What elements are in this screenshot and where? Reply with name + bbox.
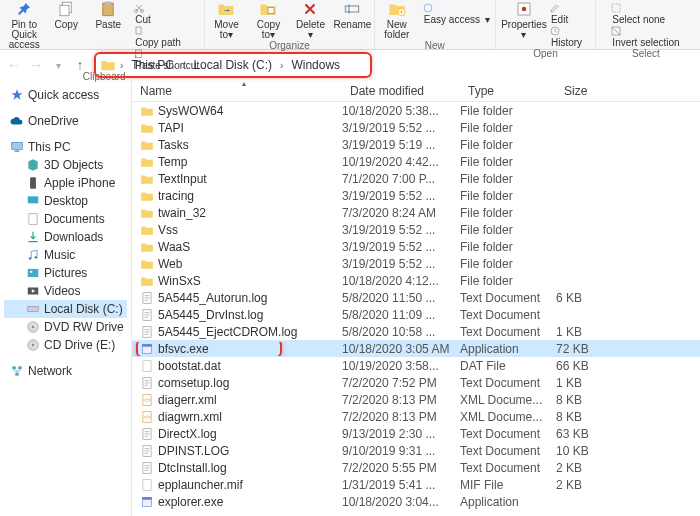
file-row[interactable]: TAPI3/19/2019 5:52 ...File folder: [132, 119, 700, 136]
svg-rect-22: [29, 214, 37, 225]
delete-button[interactable]: Delete▾: [291, 0, 329, 40]
file-row[interactable]: 5A5445_EjectCDROM.log5/8/2020 10:58 ...T…: [132, 323, 700, 340]
file-type: MIF File: [460, 478, 556, 492]
file-name: Vss: [158, 223, 178, 237]
file-row[interactable]: explorer.exe10/18/2020 3:04...Applicatio…: [132, 493, 700, 510]
tree-quick-access[interactable]: Quick access: [4, 86, 127, 104]
folder-icon: [140, 172, 154, 186]
back-button[interactable]: ←: [4, 57, 24, 73]
column-date[interactable]: Date modified: [342, 84, 460, 98]
column-name[interactable]: Name: [132, 84, 342, 98]
file-row[interactable]: bootstat.dat10/19/2020 3:58...DAT File66…: [132, 357, 700, 374]
text-file-icon: [140, 376, 154, 390]
folder-icon: [140, 206, 154, 220]
edit-button[interactable]: Edit: [547, 2, 586, 25]
file-name: Web: [158, 257, 182, 271]
tree-thispc[interactable]: This PC: [4, 138, 127, 156]
file-row[interactable]: DPINST.LOG9/10/2019 9:31 ...Text Documen…: [132, 442, 700, 459]
pin-to-quick-access-button[interactable]: Pin to Quickaccess: [5, 0, 43, 50]
chevron-right-icon[interactable]: ›: [180, 60, 187, 71]
file-row[interactable]: bfsvc.exe10/18/2020 3:05 AMApplication72…: [132, 340, 700, 357]
file-date: 5/8/2020 11:50 ...: [342, 291, 460, 305]
cube-icon: [26, 158, 40, 172]
file-row[interactable]: comsetup.log7/2/2020 7:52 PMText Documen…: [132, 374, 700, 391]
file-row[interactable]: TextInput7/1/2020 7:00 P...File folder: [132, 170, 700, 187]
file-row[interactable]: SysWOW6410/18/2020 5:38...File folder: [132, 102, 700, 119]
tree-music[interactable]: Music: [4, 246, 127, 264]
chevron-right-icon[interactable]: ›: [278, 60, 285, 71]
file-type: Text Document: [460, 308, 556, 322]
tree-local-disk-c[interactable]: Local Disk (C:): [4, 300, 127, 318]
file-type: Text Document: [460, 376, 556, 390]
folder-icon: [140, 121, 154, 135]
svg-rect-6: [136, 27, 141, 34]
svg-rect-71: [143, 479, 151, 490]
cut-button[interactable]: Cut: [131, 2, 203, 25]
xml-file-icon: </>: [140, 393, 154, 407]
tree-network[interactable]: Network: [4, 362, 127, 380]
copy-to-button[interactable]: Copyto▾: [249, 0, 287, 40]
tree-videos[interactable]: Videos: [4, 282, 127, 300]
svg-point-14: [522, 7, 527, 12]
file-row[interactable]: 5A5445_Autorun.log5/8/2020 11:50 ...Text…: [132, 289, 700, 306]
tree-documents[interactable]: Documents: [4, 210, 127, 228]
xml-file-icon: </>: [140, 410, 154, 424]
file-size: 8 KB: [556, 393, 616, 407]
svg-text:</>: </>: [144, 415, 151, 420]
easy-access-button[interactable]: Easy access ▾: [420, 2, 492, 25]
file-row[interactable]: twain_327/3/2020 8:24 AMFile folder: [132, 204, 700, 221]
tree-dvd-drive[interactable]: DVD RW Drive: [4, 318, 127, 336]
breadcrumb-thispc[interactable]: This PC: [127, 56, 178, 74]
file-date: 7/1/2020 7:00 P...: [342, 172, 460, 186]
tree-downloads[interactable]: Downloads: [4, 228, 127, 246]
copy-button[interactable]: Copy: [47, 0, 85, 30]
tree-3d-objects[interactable]: 3D Objects: [4, 156, 127, 174]
history-button[interactable]: History: [547, 25, 586, 48]
file-name: TextInput: [158, 172, 207, 186]
file-name: tracing: [158, 189, 194, 203]
address-bar[interactable]: › This PC › Local Disk (C:) › Windows: [94, 52, 372, 78]
breadcrumb-drive[interactable]: Local Disk (C:): [189, 56, 276, 74]
file-row[interactable]: </>diagerr.xml7/2/2020 8:13 PMXML Docume…: [132, 391, 700, 408]
breadcrumb-folder[interactable]: Windows: [287, 56, 344, 74]
tree-iphone[interactable]: Apple iPhone: [4, 174, 127, 192]
rename-button[interactable]: Rename: [333, 0, 371, 30]
properties-button[interactable]: Properties▾: [505, 0, 543, 40]
forward-button[interactable]: →: [26, 57, 46, 73]
file-row[interactable]: </>diagwrn.xml7/2/2020 8:13 PMXML Docume…: [132, 408, 700, 425]
file-row[interactable]: Tasks3/19/2019 5:19 ...File folder: [132, 136, 700, 153]
file-row[interactable]: Vss3/19/2019 5:52 ...File folder: [132, 221, 700, 238]
properties-icon: [515, 0, 533, 18]
file-row[interactable]: WinSxS10/18/2020 4:12...File folder: [132, 272, 700, 289]
tree-pictures[interactable]: Pictures: [4, 264, 127, 282]
select-none-button[interactable]: Select none: [608, 2, 683, 25]
move-to-button[interactable]: Moveto▾: [207, 0, 245, 40]
column-type[interactable]: Type: [460, 84, 556, 98]
navigation-tree: Quick access OneDrive This PC 3D Objects…: [0, 80, 132, 516]
file-row[interactable]: DtcInstall.log7/2/2020 5:55 PMText Docum…: [132, 459, 700, 476]
file-row[interactable]: Web3/19/2019 5:52 ...File folder: [132, 255, 700, 272]
tree-onedrive[interactable]: OneDrive: [4, 112, 127, 130]
file-row[interactable]: WaaS3/19/2019 5:52 ...File folder: [132, 238, 700, 255]
column-size[interactable]: Size: [556, 84, 616, 98]
up-button[interactable]: ↑: [70, 57, 90, 73]
svg-rect-28: [28, 307, 39, 312]
new-folder-button[interactable]: Newfolder: [378, 0, 416, 40]
file-row[interactable]: DirectX.log9/13/2019 2:30 ...Text Docume…: [132, 425, 700, 442]
copy-path-button[interactable]: Copy path: [131, 25, 203, 48]
tree-desktop[interactable]: Desktop: [4, 192, 127, 210]
file-type: File folder: [460, 138, 556, 152]
recent-locations-button[interactable]: ▾: [48, 60, 68, 71]
text-file-icon: [140, 427, 154, 441]
file-row[interactable]: 5A5445_DrvInst.log5/8/2020 11:09 ...Text…: [132, 306, 700, 323]
paste-button[interactable]: Paste: [89, 0, 127, 30]
file-size: 2 KB: [556, 478, 616, 492]
chevron-right-icon[interactable]: ›: [118, 60, 125, 71]
file-row[interactable]: Temp10/19/2020 4:42...File folder: [132, 153, 700, 170]
tree-cd-drive[interactable]: CD Drive (E:): [4, 336, 127, 354]
invert-selection-button[interactable]: Invert selection: [608, 25, 683, 48]
ribbon-group-new: New: [425, 40, 445, 52]
file-row[interactable]: tracing3/19/2019 5:52 ...File folder: [132, 187, 700, 204]
svg-point-26: [30, 271, 32, 273]
file-row[interactable]: epplauncher.mif1/31/2019 5:41 ...MIF Fil…: [132, 476, 700, 493]
